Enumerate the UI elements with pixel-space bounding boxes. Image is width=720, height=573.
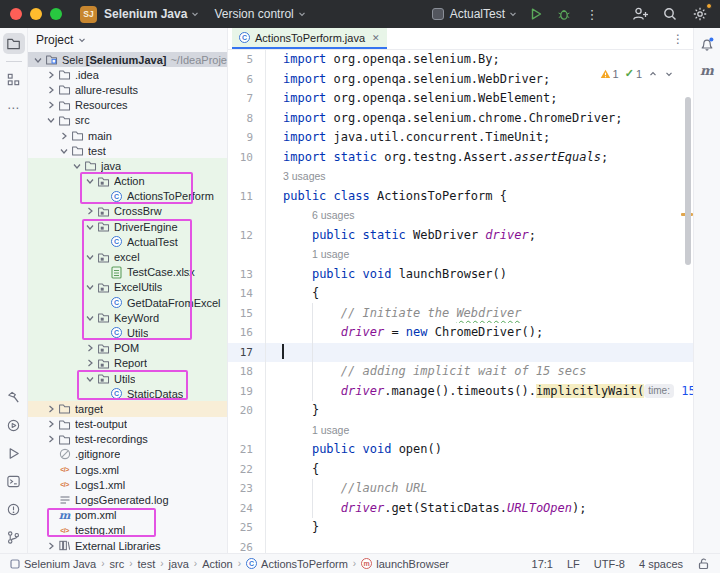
code-line-24[interactable]: 24 driver.get(StaticDatas.URLToOpen); (228, 499, 693, 519)
terminal-tool-button[interactable] (3, 471, 25, 492)
settings-button[interactable] (690, 4, 710, 24)
chevron-down-icon[interactable] (84, 281, 96, 293)
line-number[interactable] (228, 167, 253, 187)
scrollbar-thumb[interactable] (685, 97, 691, 265)
code-text[interactable]: driver.get(StaticDatas.URLToOpen); (265, 499, 693, 519)
code-line-10[interactable]: 10import static org.testng.Assert.assert… (228, 148, 693, 168)
tree-item-driverengine[interactable]: DriverEngine (28, 219, 227, 234)
line-number[interactable]: 24 (228, 499, 253, 519)
notifications-button[interactable] (696, 33, 718, 54)
tree-item-pom-xml[interactable]: mpom.xml (28, 508, 227, 523)
run-tool-button[interactable] (3, 443, 25, 464)
code-line-12[interactable]: 12 public static WebDriver driver; (228, 226, 693, 246)
tree-item-getdatafromexcel[interactable]: CGetDataFromExcel (28, 295, 227, 310)
line-separator[interactable]: LF (567, 558, 580, 570)
inspections-widget[interactable]: 1 ✓ 1 (597, 66, 677, 81)
tree-item-testcase-xlsx[interactable]: TestCase.xlsx (28, 265, 227, 280)
code-lines[interactable]: 5import org.openqa.selenium.By;6import o… (228, 50, 693, 553)
tree-item-idea[interactable]: .idea (28, 67, 227, 82)
code-line-21[interactable]: 21 public void open() (228, 440, 693, 460)
chevron-right-icon[interactable] (45, 84, 57, 96)
inlay-hint-row[interactable]: 6 usages (228, 206, 693, 226)
usages-inlay[interactable]: 3 usages (283, 167, 326, 187)
line-number[interactable]: 7 (228, 89, 253, 109)
chevron-down-icon[interactable] (32, 54, 44, 66)
breadcrumb-selenium-java[interactable]: Selenium Java (10, 557, 96, 571)
tree-item-testng-xml[interactable]: </>testng.xml (28, 523, 227, 538)
line-number[interactable]: 18 (228, 362, 253, 382)
editor-tab[interactable]: C ActionsToPerform.java ✕ (232, 28, 387, 49)
chevron-right-icon[interactable] (45, 69, 57, 81)
caret-position[interactable]: 17:1 (532, 558, 553, 570)
usages-inlay[interactable]: 6 usages (283, 206, 355, 226)
inlay-hint-row[interactable]: 1 usage (228, 245, 693, 265)
run-configuration-selector[interactable]: ActualTest (432, 7, 518, 21)
code-text[interactable]: import static org.testng.Assert.assertEq… (265, 148, 693, 168)
chevron-right-icon[interactable] (45, 418, 57, 430)
project-panel-header[interactable]: Project (28, 28, 227, 52)
project-tool-button[interactable] (3, 33, 25, 54)
code-line-7[interactable]: 7import org.openqa.selenium.WebElement; (228, 89, 693, 109)
tree-item-excel[interactable]: excel (28, 249, 227, 264)
chevron-down-icon[interactable] (664, 69, 674, 79)
minimize-window-button[interactable] (30, 8, 42, 20)
more-actions-button[interactable]: ⋮ (582, 4, 602, 24)
breadcrumb-actionstoperform[interactable]: CActionsToPerform (246, 557, 348, 571)
code-line-19[interactable]: 19 driver.manage().timeouts().implicitly… (228, 382, 693, 402)
line-number[interactable] (228, 206, 253, 226)
breadcrumb-test[interactable]: test (138, 558, 156, 570)
line-number[interactable]: 8 (228, 109, 253, 129)
indent-style[interactable]: 4 spaces (639, 558, 683, 570)
code-line-18[interactable]: 18 // adding implicit wait of 15 secs (228, 362, 693, 382)
chevron-right-icon[interactable] (45, 403, 57, 415)
code-line-15[interactable]: 15 // Initiate the Webdriver (228, 304, 693, 324)
maven-tool-button[interactable]: m (700, 63, 714, 78)
chevron-right-icon[interactable] (84, 205, 96, 217)
code-text[interactable]: public void launchBrowser() (265, 265, 693, 285)
tree-item-java[interactable]: java (28, 158, 227, 173)
tree-item-keyword[interactable]: KeyWord (28, 310, 227, 325)
tree-item-main[interactable]: main (28, 128, 227, 143)
chevron-right-icon[interactable] (45, 433, 57, 445)
build-tool-button[interactable] (3, 387, 25, 408)
line-number[interactable]: 25 (228, 518, 253, 538)
tree-item-staticdatas[interactable]: CStaticDatas (28, 386, 227, 401)
tree-item-utils[interactable]: Utils (28, 371, 227, 386)
chevron-down-icon[interactable] (84, 251, 96, 263)
chevron-down-icon[interactable] (84, 175, 96, 187)
code-line-17[interactable]: 17 (228, 343, 693, 363)
tree-item-excelutils[interactable]: ExcelUtils (28, 280, 227, 295)
code-text[interactable]: import org.openqa.selenium.chrome.Chrome… (265, 109, 693, 129)
tree-item-allure-results[interactable]: allure-results (28, 82, 227, 97)
code-text[interactable]: public void open() (265, 440, 693, 460)
inlay-hint-row[interactable]: 1 usage (228, 421, 693, 441)
chevron-down-icon[interactable] (45, 114, 57, 126)
breadcrumb-java[interactable]: java (169, 558, 189, 570)
git-tool-button[interactable] (3, 527, 25, 548)
code-text[interactable] (265, 343, 693, 363)
more-tool-windows-button[interactable]: ⋯ (3, 97, 25, 118)
tree-item-actionstoperform[interactable]: CActionsToPerform (28, 189, 227, 204)
line-number[interactable]: 15 (228, 304, 253, 324)
line-number[interactable]: 22 (228, 460, 253, 480)
chevron-down-icon[interactable] (71, 160, 83, 172)
tree-item-gitignore[interactable]: .gitignore (28, 447, 227, 462)
chevron-down-icon[interactable] (84, 312, 96, 324)
breadcrumb-action[interactable]: Action (202, 558, 233, 570)
close-window-button[interactable] (10, 8, 22, 20)
line-number[interactable]: 20 (228, 401, 253, 421)
line-number[interactable]: 14 (228, 284, 253, 304)
tree-item-src[interactable]: src (28, 113, 227, 128)
code-text[interactable]: driver = new ChromeDriver(); (265, 323, 693, 343)
line-number[interactable]: 16 (228, 323, 253, 343)
chevron-up-icon[interactable] (648, 69, 658, 79)
usages-inlay[interactable]: 1 usage (283, 245, 349, 265)
tree-item-test-recordings[interactable]: test-recordings (28, 432, 227, 447)
tree-item-logs1-xml[interactable]: </>Logs1.xml (28, 477, 227, 492)
code-line-26[interactable]: 26 (228, 538, 693, 554)
project-menu[interactable]: Selenium Java (104, 7, 200, 21)
line-number[interactable] (228, 245, 253, 265)
chevron-right-icon[interactable] (58, 130, 70, 142)
code-text[interactable]: } (265, 518, 693, 538)
code-line-11[interactable]: 11public class ActionsToPerform { (228, 187, 693, 207)
